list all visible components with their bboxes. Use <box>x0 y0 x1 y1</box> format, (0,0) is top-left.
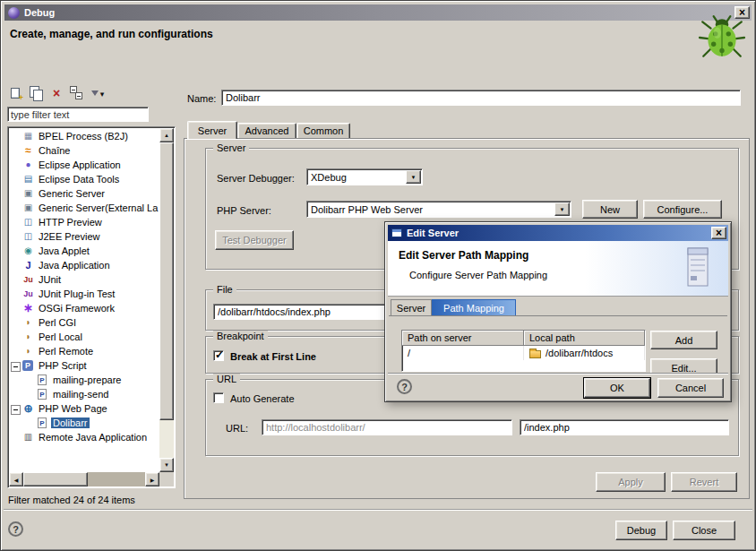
test-debugger-button[interactable]: Test Debugger <box>215 230 294 250</box>
tree-item-label: Java Applet <box>37 245 91 256</box>
name-input[interactable] <box>221 90 741 106</box>
tree-item-generic-server[interactable]: Generic Server <box>10 186 159 201</box>
close-button[interactable]: Close <box>673 521 735 540</box>
duplicate-configuration-button[interactable] <box>28 85 44 101</box>
configurations-sidebar: + BPEL Process (B2J)ChaîneEclipse Applic… <box>5 80 177 490</box>
scroll-down-button[interactable] <box>159 458 174 472</box>
cell-local-path: /dolibarr/htdocs <box>524 346 645 360</box>
dropdown-arrow-icon <box>100 88 105 99</box>
tree-item-junit-plug-in-test[interactable]: JUnit Plug-in Test <box>10 287 159 301</box>
tree-item-java-application[interactable]: Java Application <box>10 258 159 272</box>
add-mapping-button[interactable]: Add <box>650 331 717 349</box>
table-header-row: Path on server Local path <box>402 331 645 346</box>
tree-indent <box>10 174 21 185</box>
tab-folder-line <box>389 315 727 316</box>
edit-server-tab-server[interactable]: Server <box>391 299 432 315</box>
tree-indent <box>24 389 36 400</box>
preview-icon <box>21 216 35 228</box>
tree-item-label: Perl Local <box>37 331 84 342</box>
edit-server-title: Edit Server <box>407 228 711 238</box>
tree-horizontal-scrollbar[interactable] <box>9 472 159 486</box>
tree-item-eclipse-data-tools[interactable]: Eclipse Data Tools <box>10 172 159 186</box>
tree-indent <box>10 288 21 300</box>
scroll-left-button[interactable] <box>9 472 23 486</box>
help-button[interactable] <box>8 521 23 537</box>
folder-icon <box>529 350 541 358</box>
combo-arrow-icon[interactable] <box>554 202 570 216</box>
tree-item-mailing-prepare[interactable]: mailing-prepare <box>10 373 159 387</box>
url-path-input[interactable] <box>520 419 729 435</box>
tree-item-php-web-page[interactable]: PHP Web Page <box>10 401 159 416</box>
tree-item-java-applet[interactable]: Java Applet <box>10 244 159 258</box>
tab-advanced[interactable]: Advanced <box>237 123 296 138</box>
tree-item-label: mailing-send <box>51 389 110 400</box>
table-row[interactable]: / /dolibarr/htdocs <box>402 346 645 360</box>
break-at-first-line-checkbox[interactable] <box>213 350 224 361</box>
tab-server[interactable]: Server <box>187 121 237 139</box>
debug-window: Debug Create, manage, and run configurat… <box>0 0 756 551</box>
php-server-combo[interactable]: Dolibarr PHP Web Server <box>306 201 571 218</box>
expander-minus-icon[interactable] <box>10 360 21 372</box>
tree-indent <box>10 145 21 157</box>
combo-arrow-icon[interactable] <box>406 170 421 184</box>
eclipse-logo-icon <box>8 7 20 19</box>
vertical-scrollbar-thumb[interactable] <box>159 142 174 420</box>
tree-item-perl-remote[interactable]: Perl Remote <box>10 344 159 358</box>
tree-item-label: Perl CGI <box>37 317 78 328</box>
filter-input[interactable] <box>7 107 149 122</box>
edit-server-close-button[interactable] <box>711 227 726 239</box>
server-debugger-combo[interactable]: XDebug <box>306 168 423 185</box>
column-header-path-on-server[interactable]: Path on server <box>402 331 524 346</box>
tree-item-osgi-framework[interactable]: OSGi Framework <box>10 301 159 315</box>
tree-item-eclipse-application[interactable]: Eclipse Application <box>10 158 159 172</box>
auto-generate-checkbox[interactable] <box>213 392 224 403</box>
tree-item-bpel-process-b2j[interactable]: BPEL Process (B2J) <box>10 129 159 143</box>
tree-indent <box>10 217 21 228</box>
tree-item-http-preview[interactable]: HTTP Preview <box>10 215 159 229</box>
debug-button[interactable]: Debug <box>615 521 667 540</box>
horizontal-scrollbar-thumb[interactable] <box>23 472 88 486</box>
url-base-input[interactable] <box>262 419 512 435</box>
apply-button[interactable]: Apply <box>596 472 666 492</box>
tab-common[interactable]: Common <box>296 123 350 138</box>
edit-server-tab-path-mapping[interactable]: Path Mapping <box>432 299 516 315</box>
configure-button[interactable]: Configure... <box>643 200 722 219</box>
tree-item-generic-server-external-la[interactable]: Generic Server(External La <box>10 201 159 215</box>
window-titlebar[interactable]: Debug <box>4 4 752 21</box>
edit-server-help-button[interactable] <box>397 379 412 394</box>
tree-item-junit[interactable]: JUnit <box>10 272 159 287</box>
url-label: URL: <box>226 423 248 434</box>
server-debugger-value: XDebug <box>307 172 405 183</box>
tab-common-label: Common <box>304 125 344 136</box>
expander-minus-icon[interactable] <box>10 403 21 415</box>
tree-indent <box>24 375 36 386</box>
filter-menu-button[interactable] <box>90 85 106 101</box>
phpfile-icon <box>38 418 47 428</box>
tree-item-php-script[interactable]: PHP Script <box>10 358 159 373</box>
tree-item-label: J2EE Preview <box>37 231 101 242</box>
delete-configuration-button[interactable] <box>48 85 64 101</box>
ok-button[interactable]: OK <box>584 378 650 398</box>
tree-item-j2ee-preview[interactable]: J2EE Preview <box>10 229 159 244</box>
revert-button[interactable]: Revert <box>671 472 737 492</box>
tree-vertical-scrollbar[interactable] <box>159 128 174 472</box>
column-header-local-path[interactable]: Local path <box>524 331 645 346</box>
tree-item-mailing-send[interactable]: mailing-send <box>10 387 159 401</box>
tree-item-perl-cgi[interactable]: Perl CGI <box>10 315 159 330</box>
tree-item-remote-java-application[interactable]: Remote Java Application <box>10 430 159 444</box>
duplicate-icon <box>30 86 43 100</box>
junitplugin-icon <box>21 288 35 300</box>
tree-item-label: Java Application <box>37 260 112 271</box>
new-configuration-button[interactable]: + <box>7 85 23 101</box>
perl-icon <box>21 316 35 329</box>
tree-item-cha-ne[interactable]: Chaîne <box>10 143 159 158</box>
new-server-button[interactable]: New <box>582 200 638 219</box>
tree-item-perl-local[interactable]: Perl Local <box>10 330 159 344</box>
scroll-up-button[interactable] <box>159 128 174 142</box>
perl-icon <box>21 345 35 357</box>
edit-server-titlebar[interactable]: Edit Server <box>388 225 728 241</box>
cancel-button[interactable]: Cancel <box>657 378 724 398</box>
collapse-all-button[interactable] <box>69 85 85 101</box>
scroll-right-button[interactable] <box>145 472 159 486</box>
tree-item-dolibarr[interactable]: Dolibarr <box>10 416 159 430</box>
